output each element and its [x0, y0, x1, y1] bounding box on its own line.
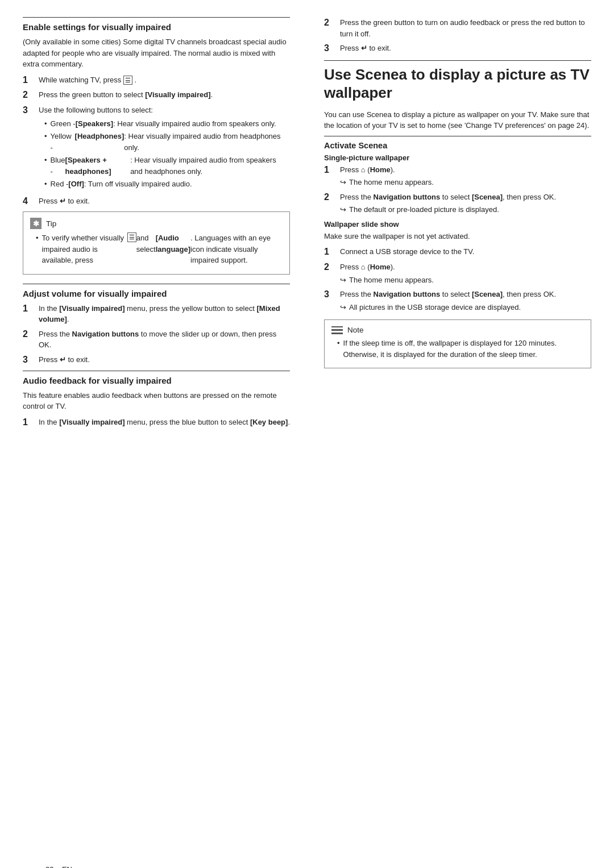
step-number: 1: [23, 303, 35, 315]
section-title-volume: Adjust volume for visually impaired: [23, 289, 290, 298]
slide-step-1: 1 Connect a USB storage device to the TV…: [324, 246, 591, 258]
step-number: 2: [324, 17, 337, 29]
color-buttons-list: Green - [Speakers]: Hear visually impair…: [44, 118, 290, 190]
step-number: 2: [324, 192, 337, 203]
step-content: Press the Navigation buttons to move the…: [39, 329, 290, 351]
enable-step-4: 4 Press ↵ to exit.: [23, 196, 290, 207]
enable-step-1: 1 While watching TV, press ☰ .: [23, 74, 290, 86]
section-audio-feedback: Audio feedback for visually impaired Thi…: [23, 371, 290, 429]
page-wrapper: Enable settings for visually impaired (O…: [23, 17, 591, 868]
arrow-symbol: ↪: [340, 177, 346, 188]
step-content: In the [Visually impaired] menu, press t…: [39, 417, 290, 428]
step-number: 2: [23, 89, 35, 101]
arrow-text-content: The home menu appears.: [349, 275, 434, 286]
audio-feedback-steps: 1 In the [Visually impaired] menu, press…: [23, 417, 290, 429]
volume-steps-list: 1 In the [Visually impaired] menu, press…: [23, 303, 290, 366]
section-divider-3: [23, 371, 290, 371]
arrow-text-content: All pictures in the USB storage device a…: [349, 302, 521, 313]
continue-step-2: 2 Press the green button to turn on audi…: [324, 17, 591, 39]
arrow-result: ↪ All pictures in the USB storage device…: [340, 302, 591, 313]
arrow-text-content: The home menu appears.: [349, 177, 434, 188]
step-number: 1: [324, 164, 337, 176]
step-number: 1: [23, 74, 35, 86]
section-divider-2: [23, 284, 290, 284]
audio-step-1: 1 In the [Visually impaired] menu, press…: [23, 417, 290, 429]
section-title-enable: Enable settings for visually impaired: [23, 22, 290, 32]
note-icon: [331, 326, 343, 334]
tip-icon: ✱: [30, 218, 42, 229]
tip-label: Tip: [46, 219, 56, 228]
section-enable-body: (Only available in some cities) Some dig…: [23, 36, 290, 70]
step-number: 3: [23, 354, 35, 366]
tip-header: ✱ Tip: [30, 218, 283, 229]
step-number: 4: [23, 196, 35, 207]
continue-audio-steps: 2 Press the green button to turn on audi…: [324, 17, 591, 55]
continue-step-3: 3 Press ↵ to exit.: [324, 43, 591, 55]
arrow-text-content: The default or pre-loaded picture is dis…: [349, 204, 499, 215]
right-column: 2 Press the green button to turn on audi…: [318, 17, 591, 433]
step-content: Use the following buttons to select: Gre…: [39, 105, 290, 192]
step-content: Press ↵ to exit.: [340, 43, 591, 54]
step-content: Press ↵ to exit.: [39, 354, 290, 366]
step-number: 2: [324, 261, 337, 273]
home-icon: ⌂: [361, 164, 366, 176]
audio-feedback-body: This feature enables audio feedback when…: [23, 390, 290, 412]
two-column-layout: Enable settings for visually impaired (O…: [23, 17, 591, 433]
bullet-red: Red - [Off]: Turn off visually impaired …: [44, 178, 290, 190]
step-number: 3: [324, 43, 337, 55]
note-bullets: If the sleep time is off, the wallpaper …: [337, 338, 584, 360]
scenea-big-title: Use Scenea to display a picture as TV wa…: [324, 65, 591, 102]
step-content: Press ⌂ (Home). ↪ The home menu appears.: [340, 164, 591, 188]
menu-icon-tip: ☰: [127, 232, 136, 242]
page-number: 22 EN: [45, 865, 72, 868]
slide-step-2: 2 Press ⌂ (Home). ↪ The home menu appear…: [324, 261, 591, 285]
single-step-2: 2 Press the Navigation buttons to select…: [324, 192, 591, 215]
step-content: In the [Visually impaired] menu, press t…: [39, 303, 290, 325]
arrow-result: ↪ The home menu appears.: [340, 177, 591, 188]
slideshow-intro: Make sure the wallpaper is not yet activ…: [324, 231, 591, 242]
tip-bullets: To verify whether visually impaired audi…: [36, 232, 283, 266]
single-picture-section: Single-picture wallpaper 1 Press ⌂ (Home…: [324, 153, 591, 215]
section-adjust-volume: Adjust volume for visually impaired 1 In…: [23, 284, 290, 366]
page-lang: EN: [62, 865, 72, 868]
step-content: Press ⌂ (Home). ↪ The home menu appears.: [340, 261, 591, 285]
scenea-divider: [324, 60, 591, 61]
section-title-audio: Audio feedback for visually impaired: [23, 376, 290, 385]
arrow-result: ↪ The home menu appears.: [340, 275, 591, 286]
step-number: 3: [324, 289, 337, 301]
page-num-value: 22: [45, 865, 53, 868]
single-step-1: 1 Press ⌂ (Home). ↪ The home menu appear…: [324, 164, 591, 188]
single-picture-steps: 1 Press ⌂ (Home). ↪ The home menu appear…: [324, 164, 591, 215]
slideshow-title: Wallpaper slide show: [324, 220, 591, 229]
activate-divider: [324, 136, 591, 136]
step-number: 1: [324, 246, 337, 258]
arrow-symbol: ↪: [340, 302, 346, 313]
left-column: Enable settings for visually impaired (O…: [23, 17, 296, 433]
single-picture-title: Single-picture wallpaper: [324, 153, 591, 162]
enable-step-3: 3 Use the following buttons to select: G…: [23, 105, 290, 192]
step-content: Press the Navigation buttons to select […: [340, 192, 591, 215]
section-divider: [23, 17, 290, 18]
bullet-green: Green - [Speakers]: Hear visually impair…: [44, 118, 290, 130]
tip-box: ✱ Tip To verify whether visually impaire…: [23, 211, 290, 275]
arrow-result: ↪ The default or pre-loaded picture is d…: [340, 204, 591, 215]
volume-step-1: 1 In the [Visually impaired] menu, press…: [23, 303, 290, 325]
section-enable-settings: Enable settings for visually impaired (O…: [23, 17, 290, 275]
note-label: Note: [347, 326, 364, 334]
step-content: Press the Navigation buttons to select […: [340, 289, 591, 313]
activate-scenea-section: Activate Scenea Single-picture wallpaper…: [324, 136, 591, 368]
arrow-symbol: ↪: [340, 275, 346, 286]
slideshow-section: Wallpaper slide show Make sure the wallp…: [324, 220, 591, 313]
continue-steps-list: 2 Press the green button to turn on audi…: [324, 17, 591, 55]
step-content: While watching TV, press ☰ .: [39, 74, 290, 86]
menu-icon: ☰: [123, 76, 132, 85]
note-header: Note: [331, 326, 584, 334]
activate-scenea-title: Activate Scenea: [324, 141, 591, 150]
enable-step-2: 2 Press the green button to select [Visu…: [23, 89, 290, 101]
step-content: Press ↵ to exit.: [39, 196, 290, 207]
volume-step-3: 3 Press ↵ to exit.: [23, 354, 290, 366]
step-number: 3: [23, 105, 35, 117]
step-number: 2: [23, 329, 35, 340]
note-box: Note If the sleep time is off, the wallp…: [324, 319, 591, 368]
volume-step-2: 2 Press the Navigation buttons to move t…: [23, 329, 290, 351]
